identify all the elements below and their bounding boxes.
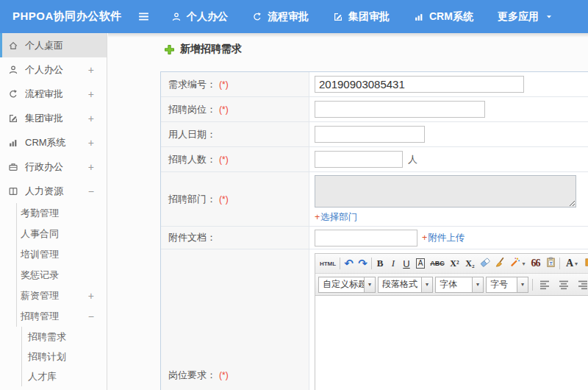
required-marker: (*) — [219, 194, 229, 205]
align-left-icon[interactable] — [536, 276, 553, 294]
dept-textarea[interactable] — [315, 175, 576, 208]
top-navbar: PHPOA协同办公软件 个人办公 流程审批 集团审批 — [0, 0, 588, 33]
redo-button[interactable]: ↷ — [356, 255, 370, 272]
sidebar-item[interactable]: 行政办公 + — [0, 155, 107, 179]
sidebar-item[interactable]: 招聘管理 − — [0, 306, 107, 327]
expander-toggle[interactable]: − — [88, 311, 94, 322]
code-input[interactable] — [315, 76, 524, 93]
sidebar-item[interactable]: 人事合同 — [0, 224, 107, 244]
hr-book-icon — [8, 186, 19, 196]
editor-combo[interactable]: 字号 ▾ — [486, 277, 528, 293]
expander-toggle[interactable]: − — [88, 186, 94, 196]
page-title: 新增招聘需求 — [164, 43, 242, 56]
date-input[interactable] — [315, 126, 425, 143]
expander-toggle[interactable]: + — [88, 162, 94, 172]
editor-combo[interactable]: 字体 ▾ — [435, 277, 484, 293]
toolbar-glyph: A — [566, 258, 573, 269]
sidebar-item-label: 薪资管理 — [21, 289, 59, 302]
chevron-down-icon: ▾ — [472, 277, 483, 292]
required-marker: (*) — [219, 155, 229, 165]
superscript-button[interactable]: X² — [447, 255, 462, 272]
count-input[interactable] — [315, 151, 403, 168]
toolbar-separator — [559, 258, 560, 269]
editor-toolbar-row1: HTML↶↷BIUAABCX²X₂▾66TA▾ — [315, 254, 588, 274]
editor-content-area[interactable] — [315, 296, 588, 390]
nav-item[interactable]: 集团审批 — [333, 10, 390, 24]
hamburger-menu-icon[interactable] — [135, 8, 152, 26]
sidebar-menu: 个人桌面 个人办公 + 流程审批 + 集团审批 + — [0, 33, 107, 386]
toolbar-separator — [532, 279, 533, 291]
editor-combo[interactable]: 段落格式 ▾ — [378, 277, 433, 293]
chevron-down-icon: ▾ — [421, 277, 432, 292]
sidebar-item[interactable]: 集团审批 + — [0, 106, 107, 130]
position-input[interactable] — [315, 101, 485, 118]
toolbar-glyph: U — [403, 258, 409, 269]
nav-item[interactable]: CRM系统 — [414, 10, 473, 24]
source-button[interactable]: HTML — [318, 255, 338, 272]
expander-toggle[interactable]: + — [88, 113, 94, 124]
sidebar-item[interactable]: 流程审批 + — [0, 82, 107, 106]
sidebar-item[interactable]: 人力资源 − — [0, 179, 107, 203]
sidebar-item[interactable]: 薪资管理 + — [0, 286, 107, 306]
field-label: 岗位要求： — [168, 369, 216, 382]
sidebar-item-label: 招聘管理 — [21, 310, 59, 323]
sidebar-item[interactable]: 招聘计划 — [0, 347, 107, 366]
undo-button[interactable]: ↶ — [342, 255, 356, 272]
sidebar-item-label: 奖惩记录 — [21, 269, 59, 282]
sidebar-item[interactable]: 个人桌面 — [0, 33, 107, 57]
text-color-button[interactable]: ▾ — [507, 255, 528, 272]
chevron-down-icon: ▾ — [522, 260, 525, 267]
upload-attachment-link[interactable]: + 附件上传 — [422, 232, 465, 244]
bold-button[interactable]: B — [373, 255, 387, 272]
nav-item-label: 更多应用 — [498, 10, 539, 24]
sidebar-item[interactable]: 招聘需求 — [0, 327, 107, 347]
select-dept-link[interactable]: + 选择部门 — [315, 211, 357, 224]
toolbar-separator — [340, 258, 340, 269]
field-label: 用人日期： — [168, 128, 216, 141]
expander-toggle[interactable]: + — [88, 291, 94, 301]
nav-item[interactable]: 个人办公 — [171, 10, 228, 24]
font-border-button[interactable]: A — [413, 255, 428, 272]
eraser-button[interactable] — [478, 255, 492, 272]
expander-toggle[interactable]: + — [88, 65, 94, 75]
editor-combo[interactable]: 自定义标题 ▾ — [318, 277, 376, 293]
italic-button[interactable]: I — [387, 255, 400, 272]
font-color-button[interactable]: A▾ — [562, 255, 582, 272]
align-right-icon[interactable] — [574, 276, 588, 294]
highlight-button[interactable] — [582, 255, 588, 272]
required-marker: (*) — [219, 104, 229, 115]
form-row-attachment: 附件文档： + 附件上传 — [161, 227, 588, 249]
toolbar-glyph: A — [416, 258, 426, 269]
chevron-down-icon: ▾ — [575, 260, 578, 267]
subscript-button[interactable]: X₂ — [462, 255, 478, 272]
strikethrough-button[interactable]: ABC — [428, 255, 447, 272]
toolbar-glyph: ↷ — [358, 257, 368, 270]
sidebar-item[interactable]: 考勤管理 — [0, 203, 107, 224]
expander-toggle[interactable]: + — [88, 89, 94, 99]
sidebar-item[interactable]: 奖惩记录 — [0, 265, 107, 286]
nav-item[interactable]: 流程审批 — [252, 10, 309, 24]
sidebar-item-label: 人才库 — [28, 370, 57, 383]
toolbar-separator — [371, 258, 372, 269]
format-painter-button[interactable] — [492, 255, 507, 272]
sidebar-item[interactable]: 培训管理 — [0, 244, 107, 265]
align-center-icon[interactable] — [555, 276, 573, 294]
paste-button[interactable]: T — [543, 255, 558, 272]
sidebar-item-label: 人事合同 — [21, 227, 59, 241]
attachment-input[interactable] — [315, 230, 417, 247]
eraser-icon — [480, 257, 491, 270]
richtext-editor: HTML↶↷BIUAABCX²X₂▾66TA▾ 自定义标题 ▾ — [315, 253, 588, 390]
toolbar-glyph: ↶ — [344, 257, 354, 270]
sidebar-item-label: 招聘计划 — [28, 350, 66, 364]
underline-button[interactable]: U — [400, 255, 413, 272]
sidebar-item[interactable]: 人才库 — [0, 366, 107, 386]
sidebar-item[interactable]: 个人办公 + — [0, 57, 107, 82]
sidebar-item-label: 招聘需求 — [28, 330, 66, 344]
blockquote-button[interactable]: 66 — [528, 255, 543, 272]
sidebar-item[interactable]: CRM系统 + — [0, 130, 107, 155]
expander-toggle[interactable]: + — [88, 138, 94, 148]
process-icon — [8, 89, 19, 99]
field-label: 招聘岗位： — [168, 103, 216, 116]
form-row-date: 用人日期： — [161, 122, 588, 147]
nav-item[interactable]: 更多应用 — [498, 10, 553, 24]
